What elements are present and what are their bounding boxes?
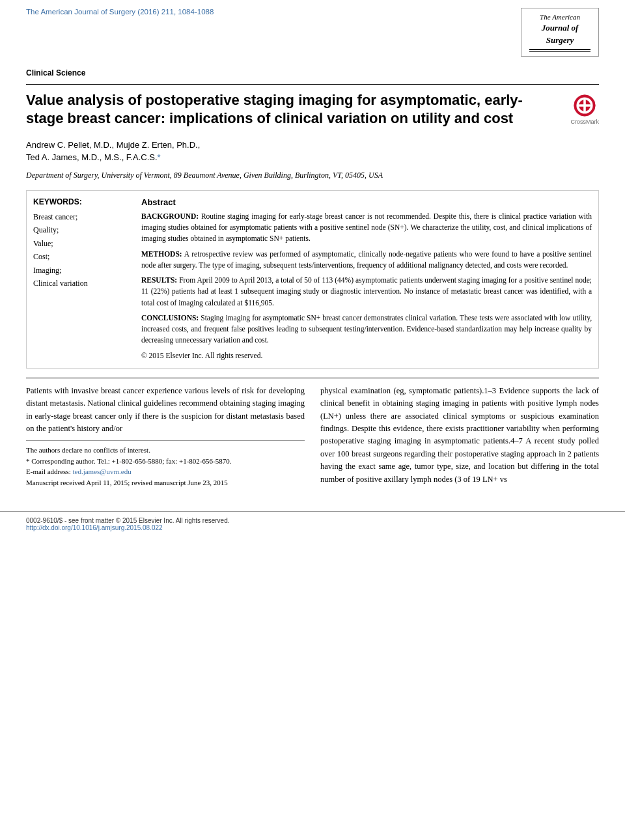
keyword-1: Breast cancer; (33, 210, 131, 223)
footnote-email-label: E-mail address: (26, 468, 71, 475)
authors: Andrew C. Pellet, M.D., Mujde Z. Erten, … (26, 139, 599, 164)
keyword-3: Value; (33, 237, 131, 250)
author-list-2: Ted A. James, M.D., M.S., F.A.C.S.* (26, 152, 161, 162)
abstract-text: BACKGROUND: Routine staging imaging for … (141, 211, 592, 361)
body-text: Patients with invasive breast cancer exp… (26, 385, 599, 488)
body-left-col: Patients with invasive breast cancer exp… (26, 385, 305, 488)
methods-text: A retrospective review was performed of … (141, 250, 592, 269)
footer: 0002-9610/$ - see front matter © 2015 El… (0, 511, 625, 537)
crossmark-icon (573, 94, 596, 117)
footer-doi-link[interactable]: http://dx.doi.org/10.1016/j.amjsurg.2015… (26, 524, 163, 531)
corresponding-asterisk: * (158, 152, 161, 162)
page: The American Journal of Surgery (2016) 2… (0, 0, 625, 840)
body-left-paragraph: Patients with invasive breast cancer exp… (26, 385, 305, 436)
abstract-conclusions: CONCLUSIONS: Staging imaging for asympto… (141, 313, 592, 346)
keyword-4: Cost; (33, 250, 131, 263)
abstract-results: RESULTS: From April 2009 to April 2013, … (141, 275, 592, 309)
results-text: From April 2009 to April 2013, a total o… (141, 276, 592, 307)
footer-issn: 0002-9610/$ - see front matter © 2015 El… (26, 517, 599, 524)
keywords-list: Breast cancer; Quality; Value; Cost; Ima… (33, 210, 131, 290)
crossmark-label: CrossMark (570, 119, 599, 125)
journal-logo: The American Journal of Surgery (521, 8, 599, 57)
crossmark-box[interactable]: CrossMark (570, 94, 599, 125)
body-divider (26, 378, 599, 378)
section-divider (26, 84, 599, 85)
logo-journal: Journal of Surgery (529, 22, 590, 46)
svg-rect-4 (579, 104, 590, 107)
abstract-methods: METHODS: A retrospective review was perf… (141, 249, 592, 272)
main-content: Clinical Science Value analysis of posto… (0, 62, 625, 501)
logo-the: The American (529, 12, 590, 22)
footnotes: The authors declare no conflicts of inte… (26, 440, 305, 488)
author-list: Andrew C. Pellet, M.D., Mujde Z. Erten, … (26, 140, 200, 150)
copyright-text: © 2015 Elsevier Inc. All rights reserved… (141, 350, 592, 361)
abstract-title: Abstract (141, 197, 592, 207)
conclusions-text: Staging imaging for asymptomatic SN+ bre… (141, 314, 592, 344)
keyword-5: Imaging; (33, 264, 131, 277)
keyword-6: Clinical variation (33, 277, 131, 290)
keywords-label: KEYWORDS: (33, 197, 131, 206)
footnote-manuscript: Manuscript received April 11, 2015; revi… (26, 477, 305, 488)
methods-label: METHODS: (141, 250, 182, 258)
affiliation: Department of Surgery, University of Ver… (26, 169, 599, 181)
background-label: BACKGROUND: (141, 212, 199, 220)
abstract-column: Abstract BACKGROUND: Routine staging ima… (141, 197, 592, 361)
journal-citation-link[interactable]: The American Journal of Surgery (2016) 2… (26, 8, 214, 16)
body-right-paragraph: physical examination (eg, symptomatic pa… (320, 385, 599, 486)
keywords-column: KEYWORDS: Breast cancer; Quality; Value;… (33, 197, 131, 361)
body-right-col: physical examination (eg, symptomatic pa… (320, 385, 599, 488)
footnote-email-link[interactable]: ted.james@uvm.edu (72, 468, 131, 475)
conclusions-label: CONCLUSIONS: (141, 314, 199, 322)
footnote-corresponding: * Corresponding author. Tel.: +1-802-656… (26, 456, 305, 467)
abstract-background: BACKGROUND: Routine staging imaging for … (141, 211, 592, 245)
background-text: Routine staging imaging for early-stage … (141, 212, 592, 243)
title-area: Value analysis of postoperative staging … (26, 91, 599, 128)
article-title: Value analysis of postoperative staging … (26, 91, 570, 128)
footnote-email: E-mail address: ted.james@uvm.edu (26, 466, 305, 477)
results-label: RESULTS: (141, 276, 177, 284)
abstract-box: KEYWORDS: Breast cancer; Quality; Value;… (26, 190, 599, 369)
footnote-conflicts: The authors declare no conflicts of inte… (26, 445, 305, 456)
top-bar: The American Journal of Surgery (2016) 2… (0, 0, 625, 62)
section-label: Clinical Science (26, 68, 599, 77)
keyword-2: Quality; (33, 223, 131, 236)
logo-decorative-lines (529, 49, 590, 52)
